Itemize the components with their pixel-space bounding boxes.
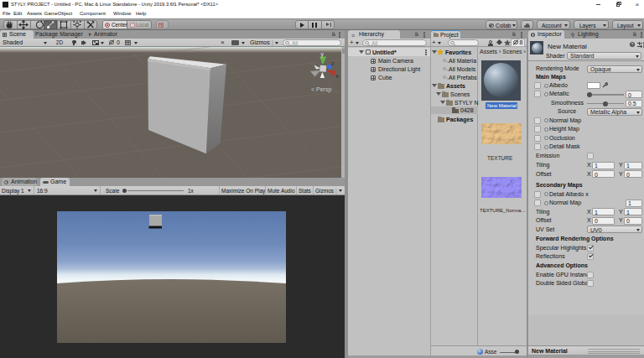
svg-text:x: x [336, 73, 340, 79]
svg-text:z: z [331, 60, 334, 66]
